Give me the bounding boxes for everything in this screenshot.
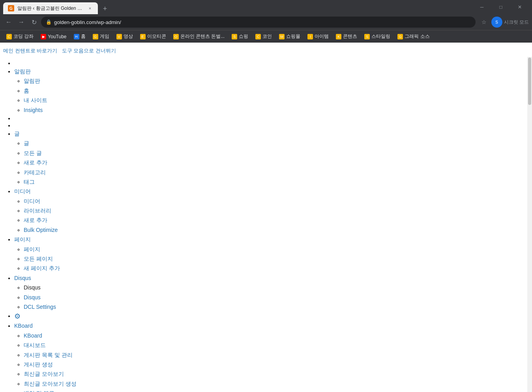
scrollbar-track[interactable]	[527, 57, 532, 392]
nav-sub-kboard: KBoard 대시보드 게시판 목록 및 관리 게시판 생성 최신글 모아보기	[14, 331, 526, 392]
bookmark-shopping-mall[interactable]: M 쇼핑몰	[276, 32, 303, 41]
nav-link-insights[interactable]: Insights	[24, 107, 43, 113]
nav-sub-item-backup-restore: 백업 및 복구	[24, 389, 526, 392]
bookmark-style[interactable]: S 스타일링	[361, 32, 393, 41]
bookmark-home-favicon: H	[74, 34, 79, 39]
lock-icon: 🔒	[46, 19, 52, 25]
maximize-button[interactable]: □	[492, 0, 510, 14]
close-button[interactable]: ✕	[511, 0, 529, 14]
bookmark-game[interactable]: G 게임	[90, 32, 112, 41]
scrollbar-thumb[interactable]	[528, 58, 531, 105]
nav-link-categories[interactable]: 카테고리	[24, 169, 46, 175]
profile-button[interactable]: S	[491, 17, 502, 28]
bookmark-youtube[interactable]: ▶ YouTube	[37, 32, 69, 41]
nav-sub-item-categories: 카테고리	[24, 168, 526, 177]
secret-mode-label: 시크릿 모드	[504, 19, 529, 26]
bookmark-contents[interactable]: K 콘텐츠	[333, 32, 360, 41]
nav-link-new-media[interactable]: 새로 추가	[24, 217, 47, 223]
bookmark-coin[interactable]: C 코인	[252, 32, 275, 41]
nav-link-posts[interactable]: 글	[24, 140, 29, 146]
bookmark-shopping[interactable]: S 쇼핑	[229, 32, 251, 41]
reload-button[interactable]: ↻	[28, 17, 39, 28]
nav-link-pages[interactable]: 페이지	[24, 246, 40, 252]
bookmark-item-favicon: I	[307, 34, 313, 39]
nav-sub-item-new-media: 새로 추가	[24, 216, 526, 224]
nav-link-bulk-optimize[interactable]: Bulk Optimize	[24, 227, 58, 233]
nav-link-media-parent[interactable]: 미디어	[14, 188, 31, 194]
bookmark-online-contents[interactable]: O 온라인 콘텐츠 돈벌...	[170, 32, 228, 41]
nav-link-board-list[interactable]: 게시판 목록 및 관리	[24, 352, 73, 358]
browser-chrome: G 알림판 ‹ 황금고블린 Golden Go… × + ─ □ ✕ ← → ↻…	[0, 0, 532, 43]
bookmark-video-label: 영상	[124, 33, 133, 40]
nav-sub-item-posts: 글	[24, 139, 526, 147]
nav-link-new-page[interactable]: 새 페이지 추가	[24, 265, 60, 271]
nav-link-recent-posts[interactable]: 최신글 모아보기	[24, 371, 64, 377]
bookmark-item[interactable]: I 아이템	[304, 32, 332, 41]
nav-sub-item-dcl-settings: DCL Settings	[24, 302, 526, 311]
star-button[interactable]: ☆	[479, 17, 490, 28]
address-input[interactable]: 🔒 golden-goblin.com/wp-admin/	[41, 17, 476, 28]
skip-to-main-content[interactable]: 메인 컨텐트로 바로가기	[3, 48, 57, 54]
active-tab[interactable]: G 알림판 ‹ 황금고블린 Golden Go… ×	[3, 2, 98, 14]
nav-link-disqus-parent[interactable]: Disqus	[14, 275, 31, 281]
nav-link-kboard[interactable]: KBoard	[24, 332, 42, 339]
url-text: golden-goblin.com/wp-admin/	[54, 19, 121, 25]
nav-link-disqus[interactable]: Disqus	[24, 294, 41, 301]
bookmark-home[interactable]: H 홈	[71, 32, 89, 41]
tab-bar: G 알림판 ‹ 황금고블린 Golden Go… × + ─ □ ✕	[0, 0, 532, 14]
nav-sub-item-dashboard: 알림판	[24, 77, 526, 85]
bookmark-style-label: 스타일링	[371, 33, 390, 40]
bookmarks-bar: C 코딩 강좌 ▶ YouTube H 홈 G 게임 V 영상	[0, 30, 532, 43]
nav-link-dashboard[interactable]: 알림판	[24, 78, 40, 84]
tab-title: 알림판 ‹ 황금고블린 Golden Go…	[17, 5, 84, 12]
tab-close-button[interactable]: ×	[87, 5, 93, 11]
bookmark-coding-label: 코딩 강좌	[13, 33, 34, 40]
nav-link-dcl-settings[interactable]: DCL Settings	[24, 304, 56, 310]
address-bar: ← → ↻ 🔒 golden-goblin.com/wp-admin/ ☆ S …	[0, 14, 532, 30]
nav-link-new-post[interactable]: 새로 추가	[24, 159, 47, 166]
back-button[interactable]: ←	[3, 17, 14, 28]
bookmark-video-favicon: V	[116, 34, 122, 39]
nav-sub-item-home: 홈	[24, 86, 526, 95]
address-right-controls: ☆ S 시크릿 모드	[479, 17, 529, 28]
bookmark-coding[interactable]: C 코딩 강좌	[3, 32, 37, 41]
nav-sub-item-new-page: 새 페이지 추가	[24, 264, 526, 273]
nav-bullet-1	[14, 60, 526, 66]
nav-link-all-pages[interactable]: 모든 페이지	[24, 256, 53, 262]
nav-link-board-create[interactable]: 게시판 생성	[24, 361, 53, 368]
nav-link-kboard-dashboard[interactable]: 대시보드	[24, 342, 46, 348]
nav-sub-item-mysite: 내 사이트	[24, 96, 526, 105]
nav-link-backup-restore[interactable]: 백업 및 복구	[24, 390, 54, 392]
bookmark-video[interactable]: V 영상	[113, 32, 136, 41]
nav-sub-pages: 페이지 모든 페이지 새 페이지 추가	[14, 245, 526, 273]
skip-to-toolbar[interactable]: 도구 모음으로 건너뛰기	[62, 48, 116, 54]
nav-item-pages: 페이지 페이지 모든 페이지 새 페이지 추가	[14, 235, 526, 273]
nav-link-posts-parent[interactable]: 글	[14, 131, 20, 137]
nav-sub-item-insights: Insights	[24, 106, 526, 114]
nav-link-media[interactable]: 미디어	[24, 198, 40, 204]
nav-link-my-site[interactable]: 내 사이트	[24, 97, 47, 103]
nav-link-pages-parent[interactable]: 페이지	[14, 236, 31, 243]
bookmark-shopping-favicon: S	[232, 34, 237, 39]
nav-bullet-3	[14, 122, 526, 129]
forward-button[interactable]: →	[16, 17, 27, 28]
new-tab-button[interactable]: +	[99, 3, 111, 14]
nav-link-kboard-parent[interactable]: KBoard	[14, 323, 33, 329]
nav-link-dashboard-parent[interactable]: 알림판	[14, 68, 31, 75]
bookmark-youtube-label: YouTube	[48, 34, 66, 39]
nav-link-tags[interactable]: 태그	[24, 179, 35, 185]
nav-link-home[interactable]: 홈	[24, 88, 29, 94]
nav-link-all-posts[interactable]: 모든 글	[24, 150, 42, 156]
nav-link-library[interactable]: 라이브러리	[24, 207, 51, 214]
nav-link-recent-posts-create[interactable]: 최신글 모아보기 생성	[24, 381, 77, 387]
nav-sub-item-all-posts: 모든 글	[24, 149, 526, 157]
bookmark-online-contents-label: 온라인 콘텐츠 돈벌...	[180, 33, 225, 40]
bookmark-emoji[interactable]: E 이모티콘	[137, 32, 169, 41]
nav-sub-item-media: 미디어	[24, 197, 526, 205]
nav-item-kboard: KBoard KBoard 대시보드 게시판 목록 및 관리 게시판 생성	[14, 321, 526, 392]
bookmark-graphic[interactable]: G 그래픽 소스	[394, 32, 433, 41]
bookmark-contents-favicon: K	[336, 34, 341, 39]
admin-nav-menu: 알림판 알림판 홈 내 사이트 Insights	[0, 56, 532, 392]
nav-item-media: 미디어 미디어 라이브러리 새로 추가 Bulk Optimize	[14, 187, 526, 234]
minimize-button[interactable]: ─	[473, 0, 491, 14]
